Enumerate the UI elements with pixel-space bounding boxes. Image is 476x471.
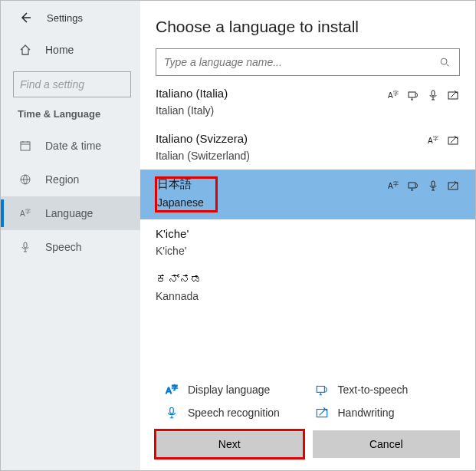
button-row: Next Cancel — [140, 427, 475, 470]
panel-title: Choose a language to install — [156, 18, 460, 36]
language-icon: A字 — [18, 206, 33, 221]
legend-tts: Text-to-speech — [315, 383, 461, 397]
back-button[interactable] — [18, 10, 33, 25]
language-feature-icons: A字 — [386, 179, 460, 193]
svg-rect-9 — [432, 91, 435, 96]
language-item[interactable]: Italiano (Svizzera)Italian (Switzerland)… — [140, 124, 475, 170]
feature-legend: A字 Display language Text-to-speech Speec… — [140, 372, 475, 427]
sidebar-item-label: Language — [45, 207, 93, 219]
svg-rect-0 — [21, 142, 30, 150]
sidebar-item-language[interactable]: A字 Language — [1, 196, 140, 230]
display-icon: A字 — [426, 133, 440, 147]
legend-label: Display language — [188, 384, 270, 396]
sidebar-item-region[interactable]: Region — [1, 163, 140, 196]
svg-rect-22 — [170, 407, 174, 413]
language-item[interactable]: 日本語JapaneseA字 — [140, 170, 475, 219]
svg-text:A: A — [20, 209, 25, 218]
sidebar-search[interactable] — [13, 71, 131, 97]
display-language-icon: A字 — [165, 383, 179, 397]
language-native-name: ಕನ್ನಡ — [156, 272, 460, 285]
language-native-name: Italiano (Svizzera) — [156, 132, 426, 145]
legend-label: Text-to-speech — [338, 384, 409, 396]
language-search[interactable] — [156, 48, 460, 76]
sidebar-nav: Date & time Region A字 Language Speech — [1, 129, 140, 264]
tts-icon — [406, 88, 420, 102]
svg-text:字: 字 — [25, 209, 31, 214]
svg-rect-8 — [409, 92, 415, 97]
svg-text:A: A — [166, 386, 172, 395]
language-native-name: 日本語 — [157, 177, 212, 192]
language-search-input[interactable] — [164, 56, 438, 68]
speech-icon — [165, 406, 179, 420]
language-feature-icons: A字 — [426, 133, 460, 147]
sidebar-item-label: Date & time — [45, 140, 101, 152]
sidebar-search-input[interactable] — [20, 78, 154, 91]
language-english-name: Kannada — [156, 290, 460, 302]
svg-text:字: 字 — [393, 91, 399, 96]
svg-text:A: A — [388, 91, 393, 100]
language-english-name: Italian (Switzerland) — [156, 150, 426, 162]
hand-icon — [446, 179, 460, 193]
language-english-name: Italian (Italy) — [156, 104, 386, 117]
tts-icon — [315, 383, 329, 397]
sidebar: Settings Home Time & Language Date & tim… — [1, 1, 140, 470]
language-list: Italiano (Italia)Italian (Italy)A字Italia… — [140, 79, 475, 372]
tts-icon — [406, 179, 420, 193]
language-native-name: K'iche' — [156, 227, 460, 240]
svg-text:字: 字 — [433, 136, 438, 141]
legend-label: Handwriting — [338, 407, 395, 419]
speech-icon — [426, 179, 440, 193]
speech-icon — [426, 88, 440, 102]
sidebar-item-date-time[interactable]: Date & time — [1, 129, 140, 163]
display-icon: A字 — [386, 88, 400, 102]
svg-text:字: 字 — [393, 181, 399, 186]
home-label: Home — [45, 44, 74, 56]
language-english-name: K'iche' — [156, 245, 460, 257]
svg-rect-4 — [24, 242, 27, 248]
legend-speech: Speech recognition — [165, 406, 310, 420]
sidebar-home[interactable]: Home — [1, 35, 140, 65]
language-item[interactable]: K'iche'K'iche' — [140, 219, 475, 265]
language-feature-icons: A字 — [386, 88, 460, 102]
svg-rect-17 — [432, 181, 435, 186]
svg-point-5 — [441, 58, 447, 64]
display-icon: A字 — [386, 179, 400, 193]
hand-icon — [446, 133, 460, 147]
globe-icon — [18, 172, 33, 187]
legend-label: Speech recognition — [188, 407, 280, 419]
calendar-icon — [18, 138, 33, 153]
main-panel: Choose a language to install Italiano (I… — [140, 1, 475, 470]
handwriting-icon — [315, 406, 329, 420]
sidebar-item-label: Region — [45, 173, 79, 186]
language-native-name: Italiano (Italia) — [156, 87, 386, 100]
cancel-button[interactable]: Cancel — [313, 430, 461, 458]
sidebar-item-speech[interactable]: Speech — [1, 230, 140, 264]
search-icon — [438, 55, 451, 69]
sidebar-category: Time & Language — [1, 108, 140, 129]
home-icon — [18, 42, 33, 58]
language-item[interactable]: Italiano (Italia)Italian (Italy)A字 — [140, 79, 475, 124]
mic-icon — [18, 239, 33, 255]
legend-hand: Handwriting — [315, 406, 461, 420]
language-english-name: Japanese — [157, 196, 212, 209]
sidebar-item-label: Speech — [45, 241, 81, 253]
language-item[interactable]: ಕನ್ನಡKannada — [140, 265, 475, 310]
next-button[interactable]: Next — [156, 430, 304, 458]
settings-title: Settings — [47, 12, 83, 24]
svg-text:A: A — [428, 137, 433, 145]
sidebar-top: Settings — [1, 1, 140, 35]
hand-icon — [446, 88, 460, 102]
svg-text:A: A — [388, 182, 393, 190]
settings-window: Settings Home Time & Language Date & tim… — [0, 0, 476, 471]
svg-text:字: 字 — [172, 384, 178, 391]
legend-display: A字 Display language — [165, 383, 310, 397]
svg-rect-21 — [317, 387, 324, 393]
svg-rect-16 — [409, 183, 415, 188]
